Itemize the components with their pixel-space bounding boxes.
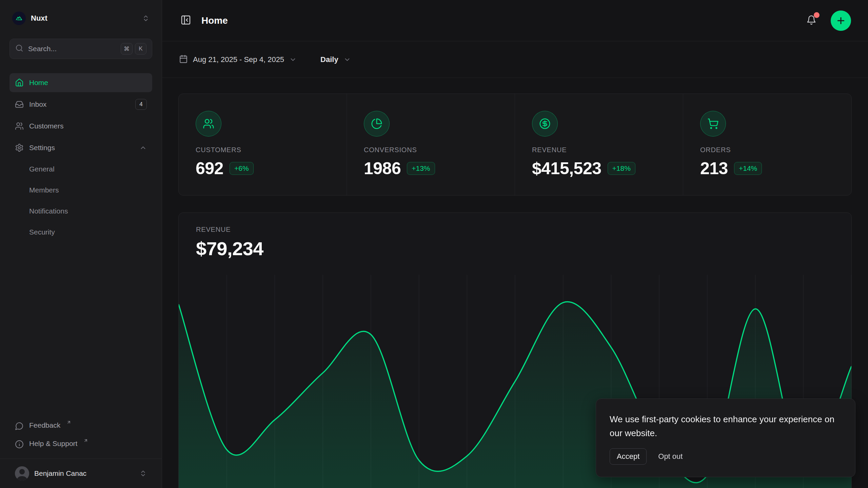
chevron-up-icon — [139, 144, 147, 151]
sidebar-item-label: Home — [29, 79, 48, 87]
gear-icon — [15, 143, 24, 152]
sidebar-item-general[interactable]: General — [9, 160, 152, 178]
pie-chart-icon — [364, 111, 390, 137]
revenue-chart-header: REVENUE $79,234 — [179, 213, 851, 260]
sidebar-child-label: Notifications — [29, 207, 68, 215]
notification-dot — [814, 12, 820, 18]
sidebar-item-settings[interactable]: Settings — [9, 138, 152, 157]
stat-card-orders[interactable]: ORDERS 213 +14% — [683, 94, 851, 195]
header-left: Home — [179, 13, 228, 28]
search-icon — [15, 44, 23, 54]
search-shortcut: ⌘ K — [121, 43, 146, 55]
sidebar-item-security[interactable]: Security — [9, 223, 152, 241]
chevron-down-icon — [343, 56, 351, 63]
home-icon — [15, 78, 24, 87]
dollar-circle-icon — [532, 111, 558, 137]
cart-icon — [700, 111, 726, 137]
sidebar-item-label: Customers — [29, 122, 64, 130]
stat-value: 213 — [700, 159, 728, 178]
avatar — [15, 466, 29, 481]
notifications-button[interactable] — [805, 14, 818, 27]
external-link-icon — [66, 420, 71, 425]
stat-label: CUSTOMERS — [196, 146, 330, 154]
kbd-cmd: ⌘ — [121, 43, 133, 55]
users-icon — [15, 122, 24, 130]
chat-bubble-icon — [15, 422, 24, 430]
date-range-value: Aug 21, 2025 - Sep 4, 2025 — [193, 55, 284, 64]
plus-icon — [836, 16, 846, 26]
revenue-chart-label: REVENUE — [196, 226, 834, 233]
stat-label: CONVERSIONS — [364, 146, 498, 154]
user-name: Benjamin Canac — [34, 469, 86, 477]
accept-button[interactable]: Accept — [610, 448, 647, 465]
stat-delta-badge: +13% — [407, 162, 435, 175]
cookie-banner: We use first-party cookies to enhance yo… — [596, 399, 855, 477]
sidebar-item-customers[interactable]: Customers — [9, 117, 152, 136]
opt-out-button[interactable]: Opt out — [651, 449, 689, 464]
sidebar-item-home[interactable]: Home — [9, 73, 152, 92]
inbox-count-badge: 4 — [135, 99, 147, 110]
workspace-switcher[interactable]: Nuxt — [9, 9, 152, 28]
chevrons-up-down-icon — [142, 15, 150, 22]
kbd-k: K — [135, 43, 146, 55]
granularity-value: Daily — [320, 55, 338, 64]
footer-link-label: Help & Support — [29, 440, 77, 448]
cookie-actions: Accept Opt out — [610, 448, 842, 465]
stats-panel: CUSTOMERS 692 +6% CONVERSIONS 1986 +13% — [178, 94, 852, 196]
nuxt-logo-icon — [12, 12, 26, 25]
header-right — [805, 11, 851, 31]
sidebar: Nuxt Search... ⌘ K Home — [0, 0, 162, 488]
search-input[interactable]: Search... ⌘ K — [9, 39, 152, 59]
users-icon — [196, 111, 221, 137]
info-circle-icon — [15, 440, 24, 449]
sidebar-item-label: Settings — [29, 144, 55, 152]
date-range-picker[interactable]: Aug 21, 2025 - Sep 4, 2025 — [179, 55, 297, 64]
revenue-chart-total: $79,234 — [196, 238, 834, 260]
footer-link-label: Feedback — [29, 421, 60, 429]
stat-value: $415,523 — [532, 159, 601, 178]
inbox-icon — [15, 100, 24, 109]
stat-card-customers[interactable]: CUSTOMERS 692 +6% — [179, 94, 347, 195]
sidebar-item-members[interactable]: Members — [9, 181, 152, 199]
stat-value: 692 — [196, 159, 223, 178]
stat-value: 1986 — [364, 159, 401, 178]
stat-label: ORDERS — [700, 146, 834, 154]
sidebar-footer: Feedback Help & Support Benjami — [9, 417, 152, 488]
sidebar-item-label: Inbox — [29, 100, 46, 108]
stat-delta-badge: +6% — [230, 162, 254, 175]
granularity-select[interactable]: Daily — [320, 55, 351, 64]
sidebar-nav: Home Inbox 4 Customers Settings — [9, 73, 152, 241]
stat-card-revenue[interactable]: REVENUE $415,523 +18% — [515, 94, 683, 195]
workspace-name: Nuxt — [31, 14, 47, 23]
stat-delta-badge: +14% — [734, 162, 762, 175]
cookie-message: We use first-party cookies to enhance yo… — [610, 412, 842, 440]
sidebar-child-label: Members — [29, 186, 59, 194]
sidebar-child-label: General — [29, 165, 55, 173]
sidebar-child-label: Security — [29, 228, 55, 236]
stat-label: REVENUE — [532, 146, 666, 154]
sidebar-item-notifications[interactable]: Notifications — [9, 202, 152, 220]
chevrons-up-down-icon — [139, 470, 147, 477]
panel-collapse-icon — [180, 15, 191, 26]
calendar-icon — [179, 55, 188, 64]
help-support-link[interactable]: Help & Support — [9, 435, 152, 454]
stat-delta-badge: +18% — [608, 162, 635, 175]
sidebar-collapse-button[interactable] — [179, 13, 193, 28]
stat-card-conversions[interactable]: CONVERSIONS 1986 +13% — [347, 94, 515, 195]
external-link-icon — [83, 438, 88, 443]
user-menu[interactable]: Benjamin Canac — [9, 459, 152, 488]
feedback-link[interactable]: Feedback — [9, 417, 152, 435]
page-title: Home — [201, 15, 228, 26]
chevron-down-icon — [289, 56, 297, 63]
sidebar-item-inbox[interactable]: Inbox 4 — [9, 95, 152, 114]
search-placeholder: Search... — [28, 45, 57, 53]
add-button[interactable] — [831, 11, 851, 31]
filters-toolbar: Aug 21, 2025 - Sep 4, 2025 Daily — [162, 41, 868, 78]
page-header: Home — [162, 0, 868, 41]
